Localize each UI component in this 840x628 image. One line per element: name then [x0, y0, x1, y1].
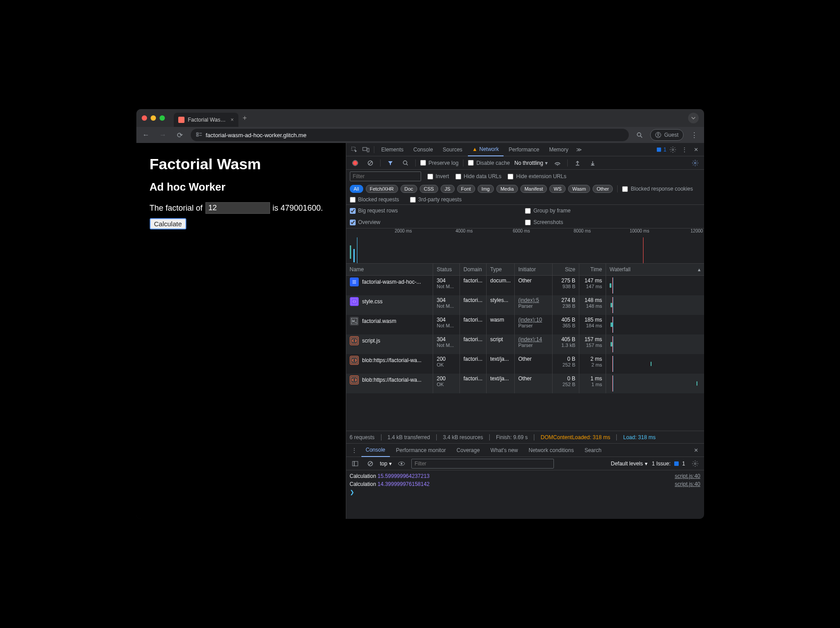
throttling-select[interactable]: No throttling ▾ [514, 160, 548, 166]
col-type[interactable]: Type [487, 264, 515, 276]
chip-img[interactable]: Img [478, 185, 494, 193]
drawer-close-icon[interactable]: ✕ [691, 445, 701, 456]
timeline-overview[interactable]: 2000 ms 4000 ms 6000 ms 8000 ms 10000 ms… [346, 228, 704, 264]
issues-button[interactable]: 1 [656, 144, 667, 155]
col-time[interactable]: Time [579, 264, 606, 276]
minimize-window-button[interactable] [151, 115, 156, 121]
chip-manifest[interactable]: Manifest [520, 185, 547, 193]
blocked-cookies-checkbox[interactable]: Blocked response cookies [622, 186, 692, 192]
chip-doc[interactable]: Doc [401, 185, 418, 193]
tab-memory[interactable]: Memory [545, 143, 573, 156]
factorial-input[interactable] [205, 202, 270, 214]
network-conditions-icon[interactable] [552, 158, 563, 168]
tab-network[interactable]: ▲Network [468, 143, 504, 156]
context-select[interactable]: top ▾ [380, 461, 392, 467]
maximize-window-button[interactable] [160, 115, 165, 121]
console-sidebar-icon[interactable] [350, 458, 361, 469]
devtools-menu-icon[interactable]: ⋮ [679, 144, 690, 155]
drawer-tab-whatsnew[interactable]: What's new [486, 444, 523, 457]
tab-console[interactable]: Console [409, 143, 438, 156]
chip-fetch[interactable]: Fetch/XHR [366, 185, 398, 193]
console-clear-icon[interactable] [365, 458, 376, 469]
inspect-icon[interactable] [349, 144, 360, 155]
table-row[interactable]: factorial.wasm 304Not M... factori... wa… [346, 315, 704, 334]
console-prompt[interactable]: ❯ [350, 488, 701, 496]
table-row[interactable]: style.css 304Not M... factori... styles.… [346, 295, 704, 315]
clear-button[interactable] [365, 158, 376, 168]
col-domain[interactable]: Domain [460, 264, 487, 276]
table-row[interactable]: blob:https://factorial-wa... 200OK facto… [346, 374, 704, 393]
drawer-tab-netcond[interactable]: Network conditions [524, 444, 578, 457]
chip-css[interactable]: CSS [420, 185, 438, 193]
download-icon[interactable] [587, 158, 598, 168]
url-input[interactable]: factorial-wasm-ad-hoc-worker.glitch.me [191, 129, 629, 141]
live-expression-icon[interactable] [396, 458, 407, 469]
col-status[interactable]: Status [433, 264, 460, 276]
chip-ws[interactable]: WS [549, 185, 565, 193]
col-name[interactable]: Name [346, 264, 433, 276]
devtools-panel: Elements Console Sources ▲Network Perfor… [346, 143, 704, 519]
chip-wasm[interactable]: Wasm [568, 185, 590, 193]
profile-button[interactable]: Guest [650, 129, 683, 141]
invert-checkbox[interactable]: Invert [427, 173, 449, 179]
levels-select[interactable]: Default levels ▾ [611, 461, 647, 467]
group-frame-checkbox[interactable]: Group by frame [525, 208, 701, 214]
site-info-icon[interactable] [196, 131, 202, 139]
tab-elements[interactable]: Elements [377, 143, 408, 156]
chip-other[interactable]: Other [593, 185, 613, 193]
disable-cache-checkbox[interactable]: Disable cache [468, 160, 510, 166]
source-link[interactable]: script.js:40 [675, 473, 700, 479]
close-window-button[interactable] [142, 115, 147, 121]
browser-tab[interactable]: Factorial Wasm (ad hoc Work... × [174, 113, 238, 127]
window-dropdown-button[interactable] [688, 113, 699, 123]
more-tabs-icon[interactable]: ≫ [574, 144, 585, 155]
calculate-button[interactable]: Calculate [150, 218, 187, 229]
drawer-menu-icon[interactable]: ⋮ [349, 445, 360, 456]
chip-all[interactable]: All [350, 185, 363, 193]
browser-menu-button[interactable]: ⋮ [688, 131, 701, 139]
col-waterfall[interactable]: Waterfall▴ [606, 264, 704, 276]
hide-data-urls-checkbox[interactable]: Hide data URLs [455, 173, 502, 179]
drawer-tab-console[interactable]: Console [361, 444, 390, 457]
network-filter-input[interactable] [350, 171, 421, 181]
console-filter-input[interactable] [411, 459, 554, 469]
table-row[interactable]: factorial-wasm-ad-hoc-... 304Not M... fa… [346, 276, 704, 296]
drawer-tab-search[interactable]: Search [580, 444, 606, 457]
search-icon[interactable] [400, 158, 411, 168]
big-rows-checkbox[interactable]: Big request rows [350, 208, 525, 214]
settings-icon[interactable] [668, 144, 678, 155]
upload-icon[interactable] [572, 158, 583, 168]
forward-button[interactable]: → [157, 129, 169, 141]
network-settings-icon[interactable] [690, 158, 701, 168]
overview-checkbox[interactable]: Overview [350, 219, 525, 225]
back-button[interactable]: ← [140, 129, 152, 141]
new-tab-button[interactable]: + [243, 114, 247, 122]
col-size[interactable]: Size [553, 264, 579, 276]
chip-media[interactable]: Media [496, 185, 518, 193]
tab-sources[interactable]: Sources [438, 143, 467, 156]
drawer-tab-perf[interactable]: Performance monitor [392, 444, 451, 457]
drawer-tab-coverage[interactable]: Coverage [452, 444, 484, 457]
table-row[interactable]: script.js 304Not M... factori... script … [346, 334, 704, 354]
filter-icon[interactable] [385, 158, 396, 168]
blocked-requests-checkbox[interactable]: Blocked requests [350, 196, 399, 203]
chip-font[interactable]: Font [457, 185, 475, 193]
console-issues-button[interactable]: 1 Issue: 1 [652, 461, 685, 467]
table-row[interactable]: blob:https://factorial-wa... 200OK facto… [346, 354, 704, 374]
console-settings-icon[interactable] [690, 458, 701, 469]
tab-close-icon[interactable]: × [230, 117, 234, 123]
chip-js[interactable]: JS [441, 185, 455, 193]
devtools-close-icon[interactable]: ✕ [691, 144, 701, 155]
zoom-icon[interactable] [633, 129, 646, 141]
col-initiator[interactable]: Initiator [515, 264, 553, 276]
hide-extension-urls-checkbox[interactable]: Hide extension URLs [508, 173, 566, 179]
reload-button[interactable]: ⟳ [174, 129, 186, 141]
record-button[interactable] [350, 158, 361, 168]
device-icon[interactable] [361, 144, 371, 155]
source-link[interactable]: script.js:40 [675, 481, 700, 487]
svg-line-19 [406, 164, 408, 165]
screenshots-checkbox[interactable]: Screenshots [525, 219, 701, 225]
third-party-checkbox[interactable]: 3rd-party requests [410, 196, 462, 203]
preserve-log-checkbox[interactable]: Preserve log [420, 160, 459, 166]
tab-performance[interactable]: Performance [504, 143, 544, 156]
